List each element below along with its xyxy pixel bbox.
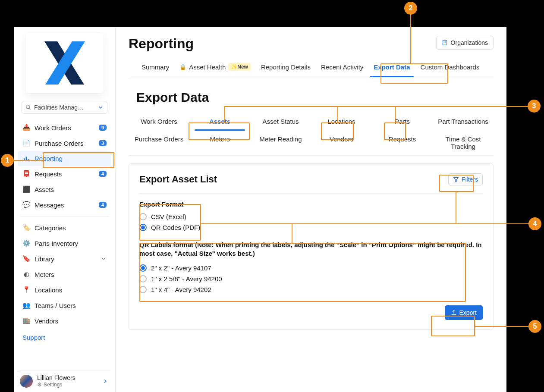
- tab-export-data[interactable]: Export Data: [374, 63, 410, 77]
- subtab-assets[interactable]: Assets: [189, 113, 250, 130]
- svg-line-3: [29, 108, 31, 110]
- button-label: Export: [459, 309, 477, 316]
- callout-4: 4: [528, 217, 541, 230]
- pin-icon: 📍: [22, 286, 30, 294]
- tray-icon: 📮: [22, 170, 30, 178]
- leader-4-v1: [456, 192, 456, 224]
- leader-1: [14, 160, 43, 161]
- subtab-meters[interactable]: Meters: [189, 130, 250, 155]
- subtab-locations[interactable]: Locations: [311, 113, 372, 130]
- export-button[interactable]: Export: [445, 305, 483, 320]
- grid-icon: ⬛: [22, 185, 30, 193]
- chevron-down-icon: [97, 104, 104, 110]
- nav-meters[interactable]: ◐Meters: [18, 267, 111, 282]
- leader-5: [475, 326, 528, 327]
- chevron-down-icon: [101, 256, 107, 262]
- app-logo: [26, 33, 104, 93]
- subtab-work-orders[interactable]: Work Orders: [129, 113, 189, 130]
- nav-parts-inventory[interactable]: ⚙️Parts Inventory: [18, 235, 111, 251]
- badge: 4: [99, 202, 107, 208]
- qr-note: QR Labels format (Note: When printing th…: [139, 241, 483, 258]
- leader-3-h: [224, 106, 528, 107]
- file-icon: 📄: [22, 139, 30, 147]
- gear-icon: ⚙: [37, 382, 42, 388]
- filter-icon: [453, 176, 459, 182]
- search-icon: [25, 104, 31, 110]
- user-settings-link[interactable]: ⚙Settings: [37, 382, 75, 388]
- user-name: Lillian Flowers: [37, 375, 75, 381]
- radio-csv[interactable]: CSV (Excel): [139, 211, 483, 222]
- org-selector[interactable]: Facilities Manag…: [22, 101, 107, 114]
- nav-label: Library: [35, 255, 54, 263]
- nav-purchase-orders[interactable]: 📄Purchase Orders3: [18, 135, 111, 151]
- subtab-time-cost[interactable]: Time & Cost Tracking: [433, 130, 494, 155]
- callout-3: 3: [528, 100, 541, 113]
- subtab-asset-status[interactable]: Asset Status: [250, 113, 311, 130]
- gear-icon: ⚙️: [22, 239, 30, 247]
- org-selector-text: Facilities Manag…: [34, 104, 84, 111]
- tab-summary[interactable]: Summary: [142, 63, 169, 77]
- leader-3-v2: [337, 106, 338, 122]
- nav-teams[interactable]: 👥Teams / Users: [18, 298, 111, 313]
- chevron-right-icon: [102, 378, 108, 384]
- support-link[interactable]: Support: [18, 329, 111, 346]
- radio-qr-size-2[interactable]: 1" x 2 5/8" - Avery 94200: [139, 273, 483, 284]
- subtab-part-transactions[interactable]: Part Transactions: [433, 113, 494, 130]
- subtab-purchase-orders[interactable]: Purchase Orders: [129, 130, 189, 155]
- leader-4-h: [201, 223, 528, 224]
- card-title: Export Asset List: [139, 174, 217, 185]
- nav-assets[interactable]: ⬛Assets: [18, 182, 111, 197]
- badge: 9: [99, 125, 107, 131]
- nav-library[interactable]: 🔖Library: [18, 251, 111, 267]
- radio-icon: [139, 213, 147, 220]
- section-title: Export Data: [136, 90, 494, 105]
- subtab-parts[interactable]: Parts: [372, 113, 433, 130]
- callout-2: 2: [404, 2, 417, 15]
- button-label: Filters: [462, 176, 478, 183]
- nav-messages[interactable]: 💬Messages4: [18, 197, 111, 213]
- nav-requests[interactable]: 📮Requests4: [18, 166, 111, 182]
- page-title: Reporting: [129, 36, 194, 52]
- nav-label: Categories: [35, 224, 66, 232]
- store-icon: 🏬: [22, 317, 30, 325]
- callout-5: 5: [528, 320, 541, 333]
- badge: 3: [99, 140, 107, 146]
- subtab-meter-reading[interactable]: Meter Reading: [250, 130, 311, 155]
- nav-locations[interactable]: 📍Locations: [18, 282, 111, 298]
- radio-icon: [139, 224, 147, 231]
- tab-asset-health[interactable]: 🔒 Asset Health ✨New: [179, 63, 251, 77]
- nav-reporting[interactable]: Reporting: [18, 151, 111, 166]
- tab-custom-dashboards[interactable]: Custom Dashboards: [421, 63, 480, 77]
- nav-label: Work Orders: [35, 124, 71, 132]
- user-footer[interactable]: Lillian Flowers ⚙Settings: [18, 370, 111, 392]
- format-title: Export Format: [139, 201, 483, 208]
- chat-icon: 💬: [22, 201, 30, 209]
- tab-recent-activity[interactable]: Recent Activity: [321, 63, 363, 77]
- nav-categories[interactable]: 🏷️Categories: [18, 220, 111, 235]
- nav-work-orders[interactable]: 📥Work Orders9: [18, 120, 111, 135]
- button-label: Organizations: [451, 39, 488, 46]
- filters-button[interactable]: Filters: [448, 173, 483, 185]
- nav-label: Purchase Orders: [35, 140, 83, 147]
- export-subtabs: Work Orders Assets Asset Status Location…: [129, 113, 494, 156]
- callout-1: 1: [1, 154, 14, 167]
- leader-2: [410, 14, 411, 63]
- nav-label: Locations: [35, 286, 62, 294]
- radio-qr-size-3[interactable]: 1" x 4" - Avery 94202: [139, 284, 483, 295]
- subtab-requests[interactable]: Requests: [372, 130, 433, 155]
- nav-label: Requests: [35, 170, 62, 178]
- tab-reporting-details[interactable]: Reporting Details: [261, 63, 311, 77]
- divider: [20, 216, 109, 216]
- radio-label: CSV (Excel): [151, 213, 186, 220]
- nav-label: Vendors: [35, 317, 58, 325]
- nav-primary: 📥Work Orders9 📄Purchase Orders3 Reportin…: [18, 120, 111, 213]
- nav-label: Meters: [35, 271, 54, 278]
- subtab-vendors[interactable]: Vendors: [311, 130, 372, 155]
- bookmark-icon: 🔖: [22, 255, 30, 263]
- nav-vendors[interactable]: 🏬Vendors: [18, 313, 111, 329]
- gauge-icon: ◐: [22, 270, 30, 278]
- inbox-icon: 📥: [22, 124, 30, 132]
- tag-icon: 🏷️: [22, 224, 30, 232]
- organizations-button[interactable]: Organizations: [436, 36, 494, 50]
- radio-qr-size-1[interactable]: 2" x 2" - Avery 94107: [139, 263, 483, 273]
